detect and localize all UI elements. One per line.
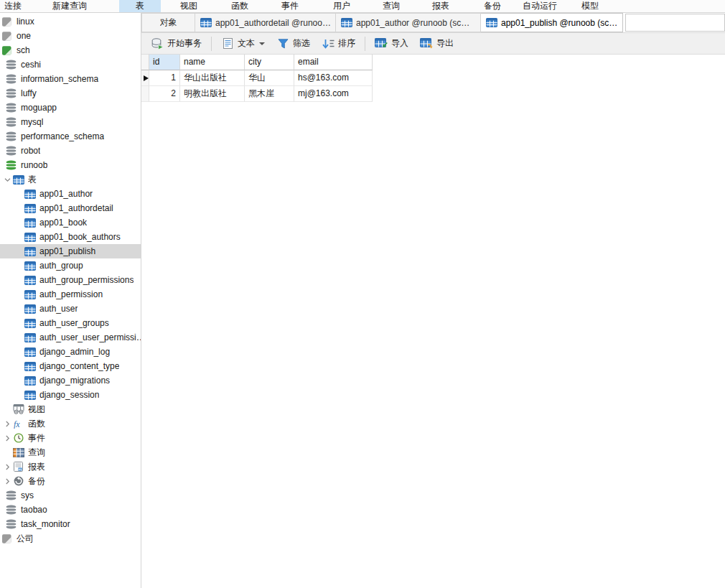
cell-id[interactable]: 1 <box>149 70 180 86</box>
tab-label: app01_publish @runoob (sc… <box>501 18 617 28</box>
menu-item-models[interactable]: 模型 <box>571 0 609 12</box>
menu-item-users[interactable]: 用户 <box>323 0 360 12</box>
cell-id[interactable]: 2 <box>149 86 180 102</box>
tree-item-database-robot[interactable]: robot <box>0 144 141 158</box>
tree-item-table-app01-publish[interactable]: app01_publish <box>0 244 141 258</box>
current-row-arrow-icon <box>144 75 149 81</box>
tree-item-table-django-content-type[interactable]: django_content_type <box>0 359 141 373</box>
tree-item-table-auth-user-groups[interactable]: auth_user_groups <box>0 316 141 330</box>
begin-transaction-button[interactable]: 开始事务 <box>145 35 207 52</box>
cell-city[interactable]: 华山 <box>245 70 294 86</box>
tree-item-events-folder[interactable]: 事件 <box>0 431 141 445</box>
menu-item-automation[interactable]: 自动运行 <box>513 0 567 12</box>
chevron-right-icon[interactable] <box>3 433 12 443</box>
toolbar-button-label: 导出 <box>436 37 454 50</box>
toolbar-button-label: 导入 <box>391 37 408 50</box>
tree-item-table-auth-user-user-permissions[interactable]: auth_user_user_permissi… <box>0 330 141 345</box>
connection-tree: linuxoneschceshiinformation_schemaluffym… <box>0 14 141 546</box>
database-icon <box>5 146 17 157</box>
data-grid: idnamecityemail1华山出版社华山hs@163.com2明教出版社黑… <box>141 55 373 102</box>
tree-item-database-ceshi[interactable]: ceshi <box>0 57 141 72</box>
tree-item-connection-linux[interactable]: linux <box>0 14 141 29</box>
cell-email[interactable]: hs@163.com <box>294 70 373 86</box>
toolbar-button-label: 开始事务 <box>167 37 202 50</box>
export-button[interactable]: 导出 <box>414 35 459 52</box>
chevron-right-icon[interactable] <box>3 476 12 486</box>
chevron-down-icon[interactable] <box>3 174 12 185</box>
tree-item-queries-folder[interactable]: 查询 <box>0 445 141 459</box>
menu-item-tables[interactable]: 表 <box>119 0 161 12</box>
tree-item-table-auth-group[interactable]: auth_group <box>0 258 141 273</box>
tree-item-database-task-monitor[interactable]: task_monitor <box>0 517 141 531</box>
tree-item-table-django-session[interactable]: django_session <box>0 388 141 402</box>
tree-item-label: app01_book <box>39 218 87 228</box>
cell-city[interactable]: 黑木崖 <box>245 86 294 102</box>
menu-item-queries[interactable]: 查询 <box>373 0 410 12</box>
tab-app01-publish-data[interactable]: app01_publish @runoob (sc… <box>481 13 623 32</box>
table-icon <box>200 18 212 27</box>
toolbar-button-label: 排序 <box>338 37 355 50</box>
tree-item-database-taobao[interactable]: taobao <box>0 503 141 517</box>
tree-item-table-django-migrations[interactable]: django_migrations <box>0 373 141 388</box>
tree-item-backup-folder[interactable]: 备份 <box>0 474 141 488</box>
tree-item-database-moguapp[interactable]: moguapp <box>0 101 141 115</box>
tree-item-database-mysql[interactable]: mysql <box>0 115 141 129</box>
text-view-icon <box>221 38 234 50</box>
text-view-button[interactable]: 文本 <box>215 35 271 52</box>
cell-name[interactable]: 明教出版社 <box>180 86 245 102</box>
cell-name[interactable]: 华山出版社 <box>180 70 245 86</box>
filter-icon <box>276 38 289 50</box>
tree-item-table-app01-authordetail[interactable]: app01_authordetail <box>0 201 141 215</box>
tree-item-table-auth-group-permissions[interactable]: auth_group_permissions <box>0 273 141 287</box>
database-icon <box>5 505 17 515</box>
chevron-right-icon[interactable] <box>3 419 12 429</box>
tree-item-table-app01-book-authors[interactable]: app01_book_authors <box>0 230 141 244</box>
tree-item-label: 事件 <box>28 432 45 444</box>
tree-item-table-django-admin-log[interactable]: django_admin_log <box>0 345 141 359</box>
menu-item-reports[interactable]: 报表 <box>422 0 459 12</box>
tree-item-label: ceshi <box>21 60 41 70</box>
tree-item-label: linux <box>17 17 34 27</box>
column-header-id[interactable]: id <box>149 55 180 70</box>
column-header-city[interactable]: city <box>245 55 294 70</box>
column-header-email[interactable]: email <box>294 55 373 70</box>
tree-item-tables-folder[interactable]: 表 <box>0 172 141 187</box>
tree-item-connection-sch[interactable]: sch <box>0 43 141 57</box>
tree-item-database-runoob[interactable]: runoob <box>0 158 141 172</box>
table-icon <box>24 289 36 300</box>
tree-item-table-app01-author[interactable]: app01_author <box>0 187 141 201</box>
tree-item-database-performance-schema[interactable]: performance_schema <box>0 129 141 144</box>
tree-item-table-app01-book[interactable]: app01_book <box>0 215 141 230</box>
tree-item-label: 报表 <box>28 461 45 473</box>
tree-item-table-auth-permission[interactable]: auth_permission <box>0 287 141 302</box>
tree-item-views-folder[interactable]: 视图 <box>0 402 141 416</box>
tree-item-database-information-schema[interactable]: information_schema <box>0 72 141 86</box>
tab-app01-authordetail-data[interactable]: app01_authordetail @runoo… <box>195 13 336 32</box>
tree-item-label: 查询 <box>28 447 45 459</box>
tree-item-database-sys[interactable]: sys <box>0 488 141 503</box>
menu-item-connection[interactable]: 连接 <box>0 0 32 12</box>
menu-item-backups[interactable]: 备份 <box>474 0 511 12</box>
tree-item-functions-folder[interactable]: fx函数 <box>0 416 141 431</box>
tree-item-connection-company[interactable]: 公司 <box>0 531 141 546</box>
tree-item-connection-one[interactable]: one <box>0 29 141 43</box>
table-row[interactable]: 1华山出版社华山hs@163.com <box>141 70 373 86</box>
tab-objects[interactable]: 对象 <box>141 13 195 32</box>
table-row[interactable]: 2明教出版社黑木崖mj@163.com <box>141 86 373 102</box>
tree-item-database-luffy[interactable]: luffy <box>0 86 141 101</box>
cell-email[interactable]: mj@163.com <box>294 86 373 102</box>
tab-app01-author-data[interactable]: app01_author @runoob (sc… <box>336 13 481 32</box>
tree-item-reports-folder[interactable]: 报表 <box>0 459 141 474</box>
filter-button[interactable]: 筛选 <box>271 35 316 52</box>
menu-item-events[interactable]: 事件 <box>271 0 309 12</box>
menu-item-functions[interactable]: 函数 <box>221 0 258 12</box>
column-header-name[interactable]: name <box>180 55 245 70</box>
import-button[interactable]: 导入 <box>369 35 414 52</box>
chevron-right-icon[interactable] <box>3 462 12 472</box>
tree-item-table-auth-user[interactable]: auth_user <box>0 302 141 316</box>
menu-item-new-query[interactable]: 新建查询 <box>42 0 97 12</box>
sort-button[interactable]: 排序 <box>316 35 361 52</box>
toolbar-separator <box>365 37 365 51</box>
dropdown-caret-icon[interactable] <box>259 42 265 45</box>
menu-item-views[interactable]: 视图 <box>170 0 207 12</box>
